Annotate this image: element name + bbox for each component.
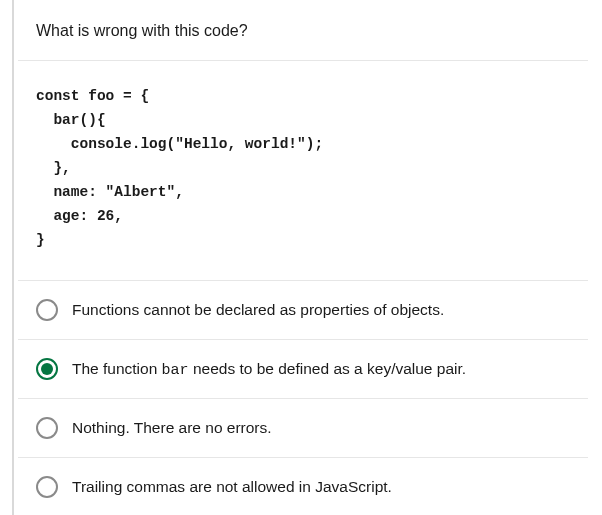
answer-label: Trailing commas are not allowed in JavaS…: [72, 478, 392, 497]
quiz-card: What is wrong with this code? const foo …: [18, 0, 588, 515]
answer-text-pre: Trailing commas are not allowed in JavaS…: [72, 478, 392, 495]
question-text: What is wrong with this code?: [18, 0, 588, 61]
answer-text-code: bar: [162, 362, 189, 379]
answer-label: Functions cannot be declared as properti…: [72, 301, 444, 320]
radio-icon: [36, 476, 58, 498]
answer-option[interactable]: Functions cannot be declared as properti…: [18, 281, 588, 340]
left-rail: [0, 0, 14, 515]
answer-text-pre: The function: [72, 360, 162, 377]
answer-label: The function bar needs to be defined as …: [72, 360, 466, 379]
answer-option[interactable]: Trailing commas are not allowed in JavaS…: [18, 458, 588, 515]
answer-text-pre: Functions cannot be declared as properti…: [72, 301, 444, 318]
answer-options: Functions cannot be declared as properti…: [18, 280, 588, 515]
answer-option[interactable]: Nothing. There are no errors.: [18, 399, 588, 458]
radio-icon: [36, 358, 58, 380]
code-snippet: const foo = { bar(){ console.log("Hello,…: [18, 61, 588, 280]
answer-text-post: needs to be defined as a key/value pair.: [189, 360, 466, 377]
answer-option[interactable]: The function bar needs to be defined as …: [18, 340, 588, 399]
radio-icon: [36, 299, 58, 321]
answer-text-pre: Nothing. There are no errors.: [72, 419, 272, 436]
answer-label: Nothing. There are no errors.: [72, 419, 272, 438]
radio-icon: [36, 417, 58, 439]
